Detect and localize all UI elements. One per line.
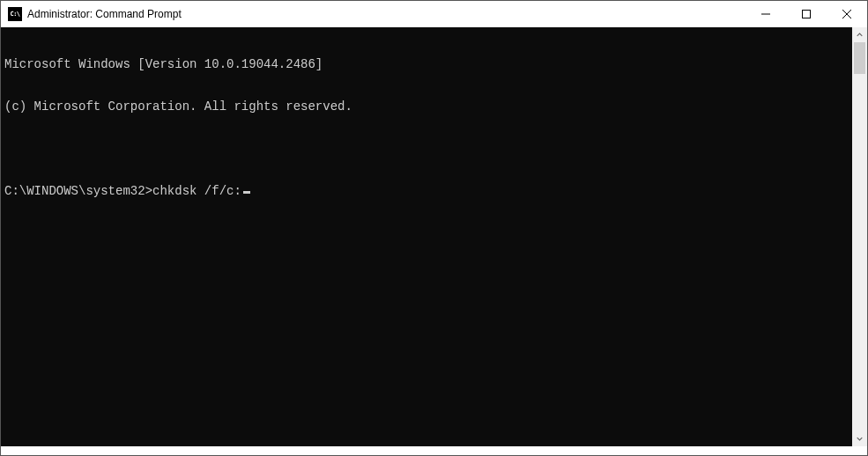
scrollbar-track[interactable] (852, 42, 867, 431)
console-output-line: (c) Microsoft Corporation. All rights re… (4, 99, 849, 114)
titlebar[interactable]: C:\ Administrator: Command Prompt (1, 1, 867, 27)
app-icon: C:\ (8, 7, 22, 21)
console-area[interactable]: Microsoft Windows [Version 10.0.19044.24… (1, 27, 852, 446)
console-blank-line (4, 142, 849, 156)
scroll-down-button[interactable] (852, 431, 867, 446)
cursor (243, 191, 250, 194)
prompt-text: C:\WINDOWS\system32> (4, 184, 152, 198)
close-button[interactable] (827, 1, 867, 27)
minimize-button[interactable] (746, 1, 786, 27)
console-output-line: Microsoft Windows [Version 10.0.19044.24… (4, 57, 849, 71)
svg-rect-1 (803, 11, 811, 18)
close-icon (842, 10, 851, 18)
chevron-up-icon (857, 32, 863, 38)
scroll-up-button[interactable] (852, 27, 867, 42)
maximize-icon (802, 10, 811, 18)
console-wrapper: Microsoft Windows [Version 10.0.19044.24… (1, 27, 867, 455)
minimize-icon (761, 10, 770, 18)
maximize-button[interactable] (786, 1, 827, 27)
vertical-scrollbar[interactable] (852, 27, 867, 446)
chevron-down-icon (857, 436, 863, 442)
window-controls (746, 1, 867, 27)
command-prompt-window: C:\ Administrator: Command Prompt Micros… (0, 0, 868, 456)
app-icon-label: C:\ (10, 11, 19, 18)
window-title: Administrator: Command Prompt (27, 8, 182, 20)
scrollbar-thumb[interactable] (854, 42, 865, 74)
command-text: chkdsk /f/c: (152, 184, 241, 198)
console-prompt-line: C:\WINDOWS\system32>chkdsk /f/c: (4, 184, 849, 198)
